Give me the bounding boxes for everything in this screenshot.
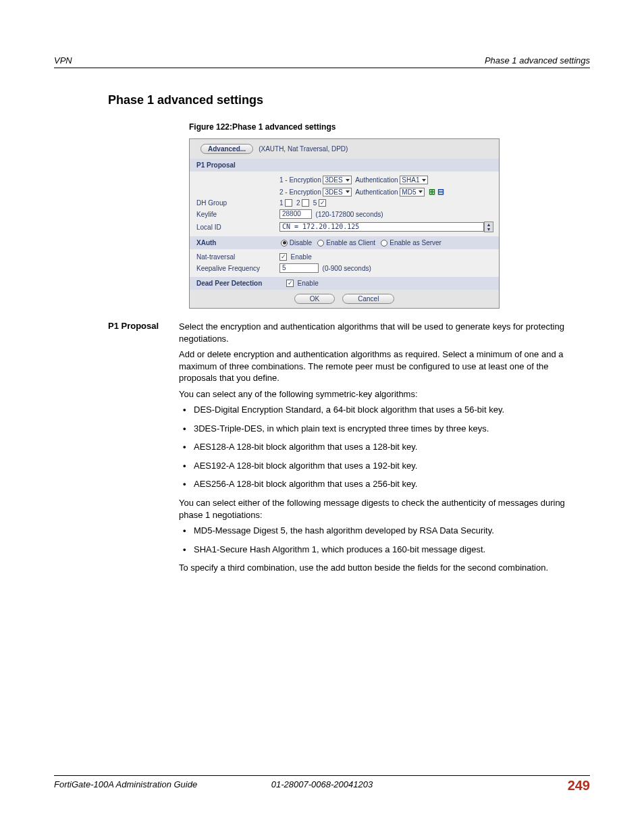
keepalive-input[interactable]: 5 (279, 263, 319, 273)
figure-caption: Figure 122:Phase 1 advanced settings (189, 122, 576, 132)
auth2-select[interactable]: MD5 (400, 188, 425, 197)
header-right: Phase 1 advanced settings (485, 55, 590, 66)
p1-proposal-header: P1 Proposal (190, 159, 499, 172)
desc-p4: You can select either of the following m… (179, 497, 576, 521)
dpd-checkbox[interactable]: ✓ (286, 280, 294, 287)
desc-body: Select the encryption and authentication… (179, 321, 576, 578)
nat-checkbox[interactable]: ✓ (279, 253, 287, 261)
auth1-select[interactable]: SHA1 (400, 176, 428, 184)
desc-p2: Add or delete encryption and authenticat… (179, 348, 576, 384)
auth2-label: Authentication (355, 188, 398, 196)
local-id-input[interactable]: CN = 172.20.120.125 (279, 222, 484, 232)
add-icon[interactable]: ⊞ (429, 187, 435, 197)
ok-button[interactable]: OK (294, 294, 335, 304)
list-item: AES128-A 128-bit block algorithm that us… (179, 441, 576, 453)
keepalive-label: Keepalive Frequency (195, 265, 279, 272)
symmetric-list: DES-Digital Encryption Standard, a 64-bi… (179, 404, 576, 490)
xauth-client-label: Enable as Client (326, 239, 375, 246)
dh1-label: 1 (279, 199, 284, 207)
enc1-label: 1 - Encryption (279, 176, 321, 184)
enc2-label: 2 - Encryption (279, 188, 321, 196)
digest-list: MD5-Message Digest 5, the hash algorithm… (179, 525, 576, 555)
keepalive-note: (0-900 seconds) (323, 265, 371, 272)
xauth-disable-label: Disable (290, 239, 312, 246)
list-item: 3DES-Triple-DES, in which plain text is … (179, 423, 576, 435)
advanced-button[interactable]: Advanced... (200, 144, 253, 154)
list-item: AES192-A 128-bit block algorithm that us… (179, 460, 576, 472)
list-item: DES-Digital Encryption Standard, a 64-bi… (179, 404, 576, 416)
xauth-client-radio[interactable] (317, 240, 324, 246)
local-id-label: Local ID (195, 224, 279, 231)
desc-p5: To specify a third combination, use the … (179, 562, 576, 574)
xauth-server-radio[interactable] (381, 240, 387, 246)
desc-p3: You can select any of the following symm… (179, 388, 576, 400)
dpd-enable-label: Enable (298, 280, 319, 287)
xauth-server-label: Enable as Server (390, 239, 441, 246)
xauth-disable-radio[interactable] (281, 240, 288, 246)
dpd-label: Dead Peer Detection (196, 280, 286, 287)
footer-center: 01-28007-0068-20041203 (0, 779, 644, 789)
xauth-label: XAuth (196, 239, 281, 246)
dh2-label: 2 (296, 199, 300, 207)
keylife-input[interactable]: 28800 (279, 209, 312, 219)
dh-group-label: DH Group (195, 199, 279, 207)
keylife-note: (120-172800 seconds) (316, 211, 383, 218)
page-title: Phase 1 advanced settings (108, 93, 576, 107)
footer-rule (54, 775, 590, 776)
auth1-label: Authentication (355, 176, 398, 184)
list-item: SHA1-Secure Hash Algorithm 1, which prod… (179, 544, 576, 556)
advanced-note: (XAUTH, Nat Traversal, DPD) (259, 145, 348, 153)
dh5-checkbox[interactable]: ✓ (319, 199, 326, 207)
enc2-select[interactable]: 3DES (323, 188, 351, 197)
desc-label: P1 Proposal (108, 321, 179, 578)
scroll-icon[interactable]: ▲▼ (484, 221, 493, 232)
desc-p1: Select the encryption and authentication… (179, 321, 576, 344)
enc1-select[interactable]: 3DES (323, 176, 351, 184)
nat-label: Nat-traversal (195, 253, 279, 261)
header-rule (54, 68, 590, 68)
cancel-button[interactable]: Cancel (342, 294, 394, 304)
page-number: 249 (568, 778, 590, 793)
remove-icon[interactable]: ⊟ (437, 187, 444, 197)
screenshot-panel: Advanced... (XAUTH, Nat Traversal, DPD) … (189, 138, 500, 309)
list-item: MD5-Message Digest 5, the hash algorithm… (179, 525, 576, 537)
dh5-label: 5 (313, 199, 317, 207)
nat-enable-label: Enable (291, 253, 312, 261)
dh1-checkbox[interactable] (285, 199, 292, 207)
header-left: VPN (54, 55, 72, 66)
keylife-label: Keylife (195, 211, 279, 218)
list-item: AES256-A 128-bit block algorithm that us… (179, 478, 576, 490)
dh2-checkbox[interactable] (302, 199, 309, 207)
